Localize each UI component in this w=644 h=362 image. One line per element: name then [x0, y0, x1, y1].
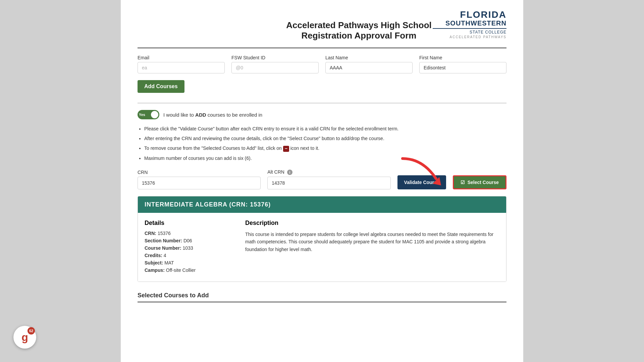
instructions-list: Please click the "Validate Course" butto…: [144, 125, 506, 163]
crn-detail: CRN: 15376: [145, 231, 232, 236]
checkmark-icon: ☑: [461, 180, 465, 185]
instruction-1: Please click the "Validate Course" butto…: [144, 125, 506, 133]
first-name-field: First Name: [419, 55, 506, 73]
page-title: Accelerated Pathways High School Registr…: [285, 10, 433, 41]
logo-state: STATE COLLEGE: [433, 30, 506, 35]
alt-crn-field: Alt CRN i: [267, 169, 390, 189]
select-course-button[interactable]: ☑ Select Course: [453, 175, 506, 189]
notification-badge[interactable]: g 62: [13, 326, 36, 349]
header-divider: [138, 48, 506, 48]
alt-crn-input[interactable]: [267, 177, 390, 189]
first-name-input[interactable]: [419, 62, 506, 73]
logo-area: FLORIDA SOUTHWESTERN STATE COLLEGE ACCEL…: [433, 10, 506, 39]
credits-detail: Credits: 4: [145, 253, 232, 258]
last-name-input[interactable]: [325, 62, 413, 73]
course-detail-header: INTERMEDIATE ALGEBRA (CRN: 15376): [138, 196, 506, 213]
instruction-3: To remove course from the "Selected Cour…: [144, 144, 506, 153]
toggle-yes-label: Yes: [139, 113, 145, 117]
description-text: This course is intended to prepare stude…: [245, 231, 499, 253]
select-course-wrapper: ☑ Select Course: [453, 175, 506, 189]
toggle-description: I would like to ADD courses to be enroll…: [163, 112, 262, 118]
course-number-detail: Course Number: 1033: [145, 245, 232, 251]
crn-field: CRN: [138, 170, 261, 189]
selected-courses-title: Selected Courses to Add: [138, 292, 506, 299]
logo-southwestern: SOUTHWESTERN: [433, 19, 506, 27]
details-title: Details: [145, 220, 232, 227]
alt-crn-label: Alt CRN i: [267, 169, 390, 175]
email-input[interactable]: [138, 62, 225, 73]
page-header: Accelerated Pathways High School Registr…: [138, 10, 506, 41]
subject-detail: Subject: MAT: [145, 260, 232, 265]
remove-icon: [283, 146, 289, 152]
description-title: Description: [245, 220, 499, 227]
selected-courses-divider: [138, 302, 506, 302]
toggle-circle: [151, 111, 158, 118]
crn-input[interactable]: [138, 177, 261, 189]
notification-icon: g: [21, 331, 28, 344]
notification-count: 62: [28, 327, 35, 335]
course-description-column: Description This course is intended to p…: [245, 220, 499, 275]
section-divider: [138, 103, 506, 103]
selected-courses-section: Selected Courses to Add: [138, 292, 506, 302]
add-toggle[interactable]: Yes: [138, 110, 159, 119]
fsw-id-field: FSW Student ID: [231, 55, 319, 73]
fsw-id-input[interactable]: [231, 62, 319, 73]
campus-detail: Campus: Off-site Collier: [145, 267, 232, 273]
email-field: Email: [138, 55, 225, 73]
last-name-label: Last Name: [325, 55, 413, 60]
crn-label: CRN: [138, 170, 261, 175]
logo-florida: FLORIDA: [433, 10, 506, 19]
validate-button[interactable]: Validate Course: [397, 175, 446, 189]
instruction-2: After entering the CRN and reviewing the…: [144, 134, 506, 143]
last-name-field: Last Name: [325, 55, 413, 73]
alt-crn-info-icon[interactable]: i: [287, 170, 292, 175]
course-detail-body: Details CRN: 15376 Section Number: D06 C…: [138, 213, 506, 282]
logo-accelerated: ACCELERATED PATHWAYS: [433, 35, 506, 39]
section-detail: Section Number: D06: [145, 238, 232, 243]
first-name-label: First Name: [419, 55, 506, 60]
crn-row: CRN Alt CRN i Validate Course ☑: [138, 169, 506, 189]
add-courses-button[interactable]: Add Courses: [138, 80, 184, 93]
course-details-column: Details CRN: 15376 Section Number: D06 C…: [145, 220, 232, 275]
instruction-4: Maximum number of courses you can add is…: [144, 154, 506, 163]
fsw-id-label: FSW Student ID: [231, 55, 319, 60]
form-row: Email FSW Student ID Last Name First Nam…: [138, 55, 506, 73]
course-detail-box: INTERMEDIATE ALGEBRA (CRN: 15376) Detail…: [138, 196, 506, 282]
email-label: Email: [138, 55, 225, 60]
toggle-row: Yes I would like to ADD courses to be en…: [138, 110, 506, 119]
